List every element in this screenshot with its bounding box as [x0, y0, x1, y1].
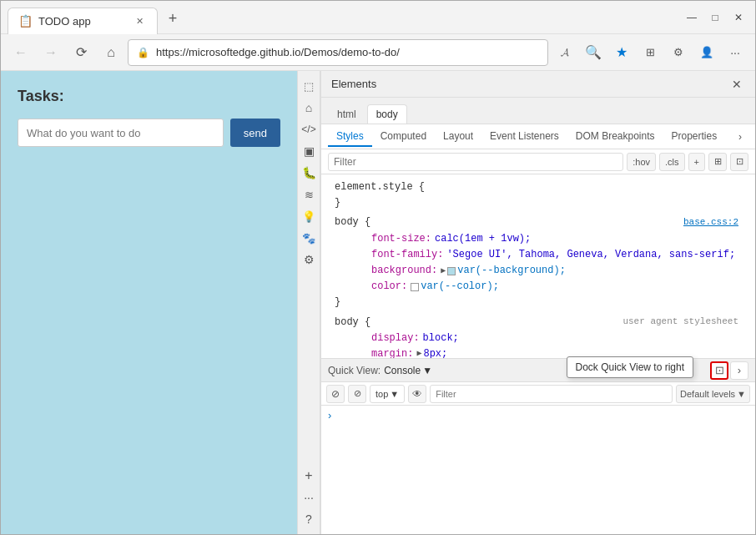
devtools-memory-icon[interactable]: 🐾	[299, 228, 319, 248]
lock-icon: 🔒	[137, 47, 149, 58]
devtools-tab-body[interactable]: body	[367, 104, 407, 124]
refresh-button[interactable]: ⟳	[68, 39, 94, 66]
cls-button[interactable]: .cls	[659, 153, 685, 171]
devtools-network-icon[interactable]: ≋	[299, 184, 319, 204]
console-context-label: top	[375, 389, 388, 399]
devtools-subtab-dom-breakpoints[interactable]: DOM Breakpoints	[567, 127, 663, 147]
devtools-settings-icon[interactable]: ⚙	[299, 250, 319, 270]
minimize-button[interactable]: —	[682, 8, 702, 28]
quick-view-label: Quick View:	[328, 365, 381, 376]
console-level-arrow: ▼	[737, 389, 746, 399]
devtools-sidebar: ⬚ ⌂ </> ▣ 🐛 ≋ 💡 🐾 ⚙ + ··· ?	[297, 71, 320, 534]
nav-bar: ← → ⟳ ⌂ 🔒 https://microsoftedge.github.i…	[1, 34, 755, 71]
devtools-code-icon[interactable]: </>	[299, 119, 319, 139]
forward-button[interactable]: →	[38, 39, 64, 66]
console-context-selector[interactable]: top ▼	[370, 385, 405, 403]
window-controls: — □ ✕	[682, 8, 748, 28]
tasks-label: Tasks:	[18, 88, 280, 105]
favorites-button[interactable]: ★	[608, 39, 635, 66]
maximize-button[interactable]: □	[705, 8, 725, 28]
console-ban-button[interactable]: ⊘	[348, 385, 366, 403]
devtools-console-icon[interactable]: ▣	[299, 141, 319, 161]
send-button[interactable]: send	[230, 119, 280, 147]
css-prop-value: 'Segoe UI', Tahoma, Geneva, Verdana, san…	[446, 247, 735, 263]
todo-input[interactable]	[18, 119, 224, 147]
devtools-subtabs-more[interactable]: ›	[732, 129, 748, 145]
tab-area: 📋 TODO app ✕ +	[8, 1, 682, 33]
devtools-help-icon[interactable]: ?	[299, 509, 319, 529]
active-tab[interactable]: 📋 TODO app ✕	[8, 8, 158, 34]
read-aloud-button[interactable]: 𝓐	[552, 39, 578, 66]
page-content: Tasks: send	[1, 71, 297, 534]
add-style-button[interactable]: +	[688, 153, 705, 171]
console-toolbar: ⊘ ⊘ top ▼ 👁 Default levels ▼	[321, 382, 755, 406]
quick-view-area: Quick View: Console ▼ ⊡ Dock Quick View …	[321, 358, 755, 442]
css-prop-name: display:	[351, 331, 420, 346]
css-color-swatch[interactable]	[447, 267, 456, 275]
css-rule-element-style: element.style { }	[321, 178, 755, 213]
new-tab-button[interactable]: +	[161, 8, 184, 31]
devtools-subtab-computed[interactable]: Computed	[372, 127, 435, 147]
css-prop-background: background: ▶ var(--background);	[328, 263, 745, 279]
quick-view-right-actions: ⊡ Dock Quick View to right ›	[710, 361, 748, 380]
quick-view-dropdown-arrow: ▼	[422, 365, 432, 376]
dock-right-tooltip: Dock Quick View to right	[567, 356, 694, 378]
css-body-selector: body {	[335, 215, 370, 230]
css-prop-font-family: font-family: 'Segoe UI', Tahoma, Geneva,…	[328, 247, 745, 263]
devtools-tab-html[interactable]: html	[328, 104, 365, 124]
devtools-subtab-event-listeners[interactable]: Event Listeners	[481, 127, 567, 147]
styles-filter-input[interactable]	[328, 153, 623, 171]
console-filter-input[interactable]	[430, 385, 673, 403]
css-prop-name: color:	[351, 279, 407, 295]
console-level-selector[interactable]: Default levels ▼	[676, 385, 750, 403]
devtools-home-icon[interactable]: ⌂	[299, 98, 319, 118]
hov-button[interactable]: :hov	[627, 153, 656, 171]
collections-button[interactable]: ⊞	[637, 39, 663, 66]
devtools-header: Elements ✕	[321, 71, 755, 98]
devtools-elements-icon[interactable]: ⬚	[299, 76, 319, 96]
css-expand-arrow[interactable]: ▶	[441, 265, 446, 278]
console-eye-button[interactable]: 👁	[408, 385, 426, 403]
browser-essentials-button[interactable]: ⚙	[665, 39, 692, 66]
css-margin-expand[interactable]: ▶	[416, 347, 421, 358]
css-prop-value: calc(1em + 1vw);	[435, 231, 531, 247]
tab-close-button[interactable]: ✕	[132, 13, 147, 28]
css-color-swatch-black[interactable]	[411, 283, 419, 291]
home-button[interactable]: ⌂	[98, 39, 124, 66]
devtools-bug-icon[interactable]: 🐛	[299, 163, 319, 183]
console-prompt-arrow[interactable]: ›	[328, 409, 331, 421]
dock-right-button[interactable]: ⊡ Dock Quick View to right	[710, 361, 728, 380]
css-close-brace: }	[335, 295, 340, 310]
css-prop-value: 8px;	[423, 346, 447, 358]
css-prop-name: font-size:	[351, 231, 431, 247]
profile-button[interactable]: 👤	[693, 39, 720, 66]
devtools-close-button[interactable]: ✕	[728, 76, 745, 93]
css-rule-body-ua: body { user agent stylesheet display: bl…	[321, 313, 755, 359]
css-prop-name: background:	[351, 263, 437, 279]
devtools-more-icon[interactable]: ···	[299, 487, 319, 507]
console-context-arrow: ▼	[390, 389, 399, 399]
css-source-link[interactable]: base.css:2	[683, 215, 738, 230]
css-selector-text: element.style {	[335, 179, 425, 195]
console-clear-button[interactable]: ⊘	[326, 385, 345, 403]
devtools-subtab-properties[interactable]: Properties	[663, 127, 726, 147]
quick-view-header: Quick View: Console ▼ ⊡ Dock Quick View …	[321, 359, 755, 382]
search-button[interactable]: 🔍	[580, 39, 607, 66]
tab-title: TODO app	[38, 15, 125, 28]
dock-right-icon: ⊡	[715, 364, 724, 376]
devtools-add-icon[interactable]: +	[299, 466, 319, 486]
devtools-performance-icon[interactable]: 💡	[299, 206, 319, 226]
quick-view-more-button[interactable]: ›	[730, 361, 748, 380]
close-button[interactable]: ✕	[728, 8, 748, 28]
devtools-subtab-layout[interactable]: Layout	[435, 127, 481, 147]
quick-view-selector[interactable]: Console ▼	[384, 365, 432, 376]
back-button[interactable]: ←	[8, 39, 34, 66]
new-style-rule-button[interactable]: ⊞	[708, 153, 727, 171]
devtools-subtab-styles[interactable]: Styles	[328, 127, 372, 147]
settings-more-button[interactable]: ···	[722, 39, 748, 66]
title-bar: 📋 TODO app ✕ + — □ ✕	[1, 1, 755, 34]
tab-favicon: 📋	[18, 14, 32, 28]
css-rule-body: body { base.css:2 font-size: calc(1em + …	[321, 213, 755, 312]
toggle-element-state-button[interactable]: ⊡	[730, 153, 748, 171]
address-bar[interactable]: 🔒 https://microsoftedge.github.io/Demos/…	[128, 39, 548, 66]
